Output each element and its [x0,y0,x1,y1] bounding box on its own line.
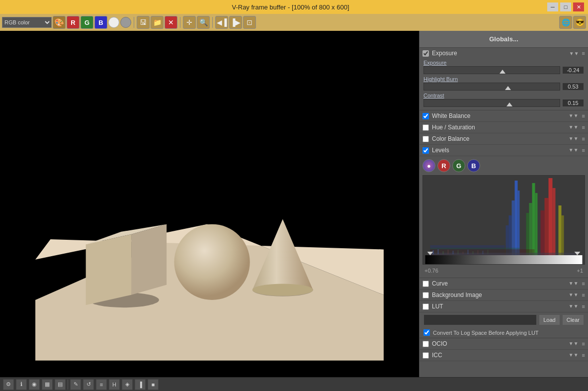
exposure-label[interactable]: Exposure [423,60,584,66]
lut-checkbox[interactable] [422,303,429,310]
highlight-burn-track[interactable] [423,83,560,91]
exposure-value[interactable]: -0.24 [562,66,584,74]
white-balance-checkbox[interactable] [422,113,429,119]
levels-r-button[interactable]: R [437,159,450,172]
status-btn-1[interactable]: ℹ [16,379,27,390]
exposure-collapse[interactable]: ▼▼ [569,51,579,56]
open-button[interactable]: 📁 [151,16,164,29]
histogram-right-label: +1 [577,268,583,274]
icc-menu[interactable]: ≡ [582,352,585,358]
hue-saturation-menu[interactable]: ≡ [582,124,585,130]
hue-saturation-collapse[interactable]: ▼▼ [569,124,579,130]
exposure-menu[interactable]: ≡ [582,50,585,56]
color-balance-checkbox[interactable] [422,136,429,142]
status-btn-0[interactable]: ⚙ [3,379,14,390]
color-wheel-button[interactable]: 🎨 [53,16,66,29]
contrast-label[interactable]: Contrast [423,93,584,98]
status-btn-9[interactable]: ◈ [122,379,133,390]
ocio-row: OCIO ▼▼ ≡ [420,338,588,350]
next-button[interactable]: ▐▶ [229,16,242,29]
g-channel-button[interactable]: G [81,16,93,29]
vr-button[interactable]: 😎 [573,16,586,29]
close-file-button[interactable]: ✕ [165,16,177,29]
background-image-row: Background Image ▼▼ ≡ [420,290,588,301]
svg-rect-42 [483,251,484,254]
levels-collapse[interactable]: ▼▼ [569,147,579,153]
channel-select[interactable]: RGB color Alpha Z-Depth Diffuse Specular [2,17,52,28]
background-image-collapse[interactable]: ▼▼ [569,292,579,298]
folder-button[interactable]: 🖫 [137,16,150,29]
highlight-burn-label[interactable]: Highlight Burn [423,76,584,82]
last-button[interactable]: ⊡ [243,16,256,29]
exposure-track[interactable] [423,66,560,74]
highlight-burn-container: 0.53 [423,83,584,91]
status-btn-8[interactable]: H [109,379,120,390]
histogram-labels: +0.76 +1 [422,267,585,275]
gray-circle-button[interactable] [120,17,131,28]
maximize-button[interactable]: □ [560,2,571,11]
minimize-button[interactable]: ─ [547,2,558,11]
prev-button[interactable]: ◀▐ [215,16,228,29]
contrast-value[interactable]: 0.15 [562,99,584,107]
status-btn-5[interactable]: ✎ [70,379,81,390]
curve-menu[interactable]: ≡ [582,281,585,287]
toolbar-separator-2 [180,17,180,28]
status-btn-3[interactable]: ▦ [42,379,53,390]
white-balance-label: White Balance [432,112,566,119]
lut-collapse[interactable]: ▼▼ [569,303,579,309]
levels-g-button[interactable]: G [452,159,465,172]
icc-collapse[interactable]: ▼▼ [569,352,579,358]
curve-checkbox[interactable] [422,281,429,287]
hue-saturation-checkbox[interactable] [422,124,429,131]
status-btn-10[interactable]: ▐ [135,379,146,390]
settings-button[interactable]: 🌐 [559,16,572,29]
color-balance-menu[interactable]: ≡ [582,136,585,142]
color-balance-collapse[interactable]: ▼▼ [569,136,579,142]
svg-rect-25 [553,188,556,258]
white-balance-menu[interactable]: ≡ [582,113,585,119]
status-btn-6[interactable]: ↺ [83,379,94,390]
lut-log-space-checkbox[interactable] [423,329,430,336]
lut-path-input[interactable] [423,314,537,325]
ocio-menu[interactable]: ≡ [582,341,585,347]
svg-point-9 [174,224,250,300]
lut-clear-button[interactable]: Clear [562,314,584,325]
levels-b-button[interactable]: B [467,159,480,172]
levels-rgb-button[interactable]: ● [422,159,435,172]
ocio-collapse[interactable]: ▼▼ [569,341,579,347]
white-balance-actions: ▼▼ ≡ [569,113,585,119]
status-btn-11[interactable]: ■ [148,379,159,390]
lut-menu[interactable]: ≡ [582,303,585,309]
lut-label: LUT [432,303,566,310]
curve-collapse[interactable]: ▼▼ [569,281,579,287]
svg-rect-39 [468,250,469,254]
r-channel-button[interactable]: R [67,16,80,29]
levels-buttons: ● R G B [422,159,585,172]
status-btn-2[interactable]: ◉ [29,379,40,390]
svg-rect-19 [532,183,535,258]
icc-checkbox[interactable] [422,352,429,359]
background-image-menu[interactable]: ≡ [582,292,585,298]
move-button[interactable]: ✛ [183,16,196,29]
levels-section: Levels ▼▼ ≡ ● R G B [420,145,588,278]
lut-actions: ▼▼ ≡ [569,303,585,309]
levels-checkbox[interactable] [422,147,429,154]
svg-rect-13 [515,181,518,258]
levels-menu[interactable]: ≡ [582,147,585,153]
ocio-checkbox[interactable] [422,341,429,347]
status-btn-7[interactable]: ≡ [96,379,107,390]
b-channel-button[interactable]: B [94,16,107,29]
lut-load-button[interactable]: Load [539,314,560,325]
white-balance-collapse[interactable]: ▼▼ [569,113,579,119]
exposure-checkbox[interactable] [422,50,429,57]
zoom-button[interactable]: 🔍 [197,16,210,29]
close-button[interactable]: ✕ [573,2,584,11]
background-image-checkbox[interactable] [422,292,429,298]
svg-rect-26 [545,198,549,258]
white-circle-button[interactable] [108,17,119,28]
hue-saturation-label: Hue / Saturation [432,124,566,131]
highlight-burn-value[interactable]: 0.53 [562,83,584,91]
icc-actions: ▼▼ ≡ [569,352,585,358]
status-btn-4[interactable]: ▤ [55,379,66,390]
contrast-track[interactable] [423,99,560,107]
